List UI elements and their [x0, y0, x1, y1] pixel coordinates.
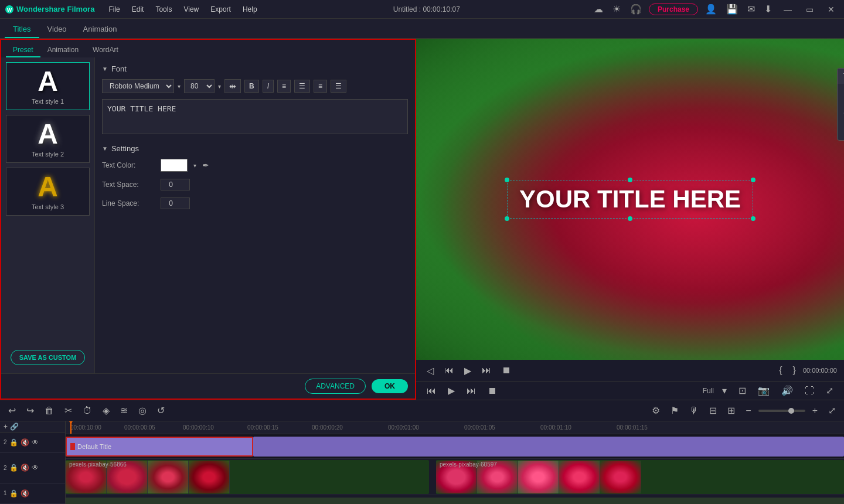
handle-bl[interactable] — [505, 216, 509, 221]
color-button[interactable]: ◈ — [99, 404, 113, 417]
curly-brace-right-icon[interactable]: } — [789, 364, 799, 377]
sub-tab-preset[interactable]: Preset — [6, 43, 40, 57]
user-icon[interactable]: 👤 — [703, 2, 719, 16]
justify-button[interactable]: ☰ — [331, 80, 346, 93]
handle-tl[interactable] — [505, 178, 509, 182]
audio-lock-icon[interactable]: 🔒 — [9, 489, 18, 498]
link-icon[interactable]: 🔗 — [10, 423, 19, 431]
headset-icon[interactable]: 🎧 — [628, 2, 644, 16]
align-right-button[interactable]: ≡ — [314, 80, 327, 93]
handle-tm[interactable] — [628, 178, 632, 182]
step-forward-icon[interactable]: ⏭ — [478, 364, 495, 377]
close-button[interactable]: ✕ — [823, 4, 839, 15]
preset-item-1[interactable]: A Text style 1 — [6, 62, 90, 110]
fullscreen-icon[interactable]: ⛶ — [801, 384, 818, 397]
handle-tr[interactable] — [751, 178, 755, 182]
preset-item-3[interactable]: A Text style 3 — [6, 168, 90, 216]
marker-button[interactable]: ⚑ — [667, 404, 682, 417]
menu-export[interactable]: Export — [206, 4, 236, 15]
save-custom-button[interactable]: SAVE AS CUSTOM — [11, 350, 85, 365]
maximize-button[interactable]: ▭ — [801, 4, 818, 15]
handle-bm[interactable] — [628, 216, 632, 221]
title-preview-text[interactable]: YOUR TITLE HERE — [507, 180, 753, 219]
menu-edit[interactable]: Edit — [127, 4, 149, 15]
track1-mute-icon[interactable]: 🔇 — [21, 464, 29, 472]
redo-button[interactable]: ↪ — [23, 404, 38, 417]
tab-video[interactable]: Video — [39, 21, 75, 38]
sun-icon[interactable]: ☀ — [610, 2, 623, 16]
sub-tab-animation[interactable]: Animation — [40, 43, 86, 57]
audio-button[interactable]: ≋ — [117, 404, 131, 417]
eyedropper-icon[interactable]: ✒ — [202, 161, 209, 170]
screenshot-icon[interactable]: 📷 — [754, 384, 773, 397]
menu-help[interactable]: Help — [238, 4, 262, 15]
save-icon[interactable]: 💾 — [724, 2, 740, 16]
italic-button[interactable]: I — [263, 80, 274, 93]
cloud-icon[interactable]: ☁ — [591, 2, 605, 16]
video-segment-1[interactable]: pexels-pixabay-56866 — [66, 460, 429, 494]
font-select[interactable]: Roboto Medium — [102, 79, 174, 93]
menu-view[interactable]: View — [179, 4, 203, 15]
delete-button[interactable]: 🗑 — [41, 404, 57, 417]
motion-button[interactable]: ↺ — [154, 404, 168, 417]
audio-mute-icon[interactable]: 🔇 — [21, 489, 29, 498]
expand-timeline-icon[interactable]: ⤢ — [825, 404, 839, 417]
color-dropdown-icon[interactable]: ▾ — [193, 162, 196, 169]
scrub-left-icon[interactable]: ◁ — [423, 364, 437, 377]
title-clip[interactable]: Default Title — [66, 437, 253, 457]
menu-tools[interactable]: Tools — [151, 4, 176, 15]
purchase-button[interactable]: Purchase — [649, 4, 698, 15]
mic-button[interactable]: 🎙 — [686, 404, 702, 417]
advanced-button[interactable]: ADVANCED — [305, 379, 366, 394]
font-dropdown-icon[interactable]: ▾ — [178, 83, 181, 90]
eye-icon[interactable]: 👁 — [32, 438, 39, 447]
mute-icon[interactable]: 🔇 — [21, 438, 29, 447]
preset-item-2[interactable]: A Text style 2 — [6, 115, 90, 163]
ok-button[interactable]: OK — [372, 379, 408, 393]
bold-button[interactable]: B — [244, 80, 259, 93]
menu-file[interactable]: File — [104, 4, 124, 15]
play2-button[interactable]: ▶ — [444, 384, 458, 397]
line-space-input[interactable]: 0 — [161, 197, 190, 209]
font-size-select[interactable]: 80 — [184, 79, 215, 93]
align-center-button[interactable]: ☰ — [294, 80, 310, 93]
title-clip-extension[interactable] — [253, 437, 844, 457]
track1-eye-icon[interactable]: 👁 — [32, 464, 39, 472]
prev-frame-icon[interactable]: ⏮ — [423, 384, 440, 397]
add-track-icon[interactable]: + — [4, 423, 8, 431]
effects-button[interactable]: ◎ — [135, 404, 150, 417]
snap-button[interactable]: ⚙ — [648, 404, 663, 417]
stop-button[interactable]: ⏹ — [498, 364, 515, 377]
sub-tab-wordart[interactable]: WordArt — [86, 43, 125, 57]
text-color-swatch[interactable] — [161, 159, 188, 172]
lock-icon[interactable]: 🔒 — [9, 438, 18, 447]
zoom-out-icon[interactable]: − — [742, 404, 754, 417]
play-button[interactable]: ▶ — [461, 364, 475, 377]
curly-brace-left-icon[interactable]: { — [775, 364, 785, 377]
step-back-icon[interactable]: ⏮ — [441, 364, 457, 377]
minimize-button[interactable]: — — [779, 4, 797, 15]
stop2-button[interactable]: ⏹ — [484, 384, 501, 397]
crop-icon[interactable]: ⊡ — [735, 384, 750, 397]
expand-icon[interactable]: ⤢ — [822, 384, 837, 397]
align-left-button[interactable]: ≡ — [277, 80, 291, 93]
video-segment-2[interactable]: pexels-pixabay-60597 — [436, 460, 844, 494]
volume-icon[interactable]: 🔊 — [778, 384, 797, 397]
record-button[interactable]: ⊞ — [724, 404, 738, 417]
quality-dropdown-icon[interactable]: ▾ — [719, 384, 730, 397]
speed-button[interactable]: ⏱ — [79, 404, 96, 417]
title-text-input[interactable]: YOUR TITLE HERE — [102, 99, 408, 134]
handle-br[interactable] — [751, 216, 755, 221]
zoom-slider[interactable] — [758, 410, 805, 412]
size-dropdown-icon[interactable]: ▾ — [218, 83, 221, 90]
cut-button[interactable]: ✂ — [61, 404, 76, 417]
char-spacing-button[interactable]: ⇹ — [224, 79, 241, 93]
tab-animation[interactable]: Animation — [75, 21, 125, 38]
undo-button[interactable]: ↩ — [5, 404, 19, 417]
next-frame-icon[interactable]: ⏭ — [463, 384, 479, 397]
text-space-input[interactable]: 0 — [161, 179, 190, 190]
download-icon[interactable]: ⬇ — [762, 2, 774, 16]
tab-titles[interactable]: Titles — [5, 21, 39, 38]
track1-lock-icon[interactable]: 🔒 — [9, 464, 18, 472]
playhead[interactable] — [70, 421, 72, 434]
